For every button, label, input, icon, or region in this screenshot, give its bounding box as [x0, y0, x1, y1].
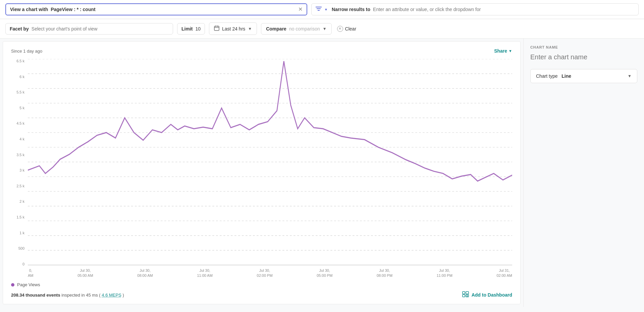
x-label-jul30-23: Jul 30,11:00 PM [437, 268, 452, 279]
y-label-500: 500 [18, 246, 24, 250]
stats-paren-close: ) [122, 293, 124, 298]
right-panel: CHART NAME Chart type Line ▼ [523, 39, 644, 307]
clear-button[interactable]: ✕ Clear [336, 23, 358, 35]
compare-box[interactable]: Compare no comparison ▼ [261, 23, 331, 35]
y-label-2k: 2 k [19, 199, 24, 203]
chart-type-selector[interactable]: Chart type Line ▼ [530, 69, 637, 83]
time-picker[interactable]: Last 24 hrs ▼ [209, 22, 257, 35]
stats-ms: 45 ms [86, 293, 98, 298]
share-label: Share [494, 48, 507, 54]
narrow-box[interactable]: ▼ Narrow results to [311, 3, 639, 15]
x-label-0: 0,AM [28, 268, 34, 279]
y-label-15k: 1.5 k [16, 215, 24, 219]
chart-name-section: CHART NAME [530, 45, 637, 62]
svg-rect-3 [214, 26, 219, 30]
main-content: Since 1 day ago Share ▼ 6.5 k 6 k 5.5 k … [0, 39, 644, 307]
chart-name-input[interactable] [530, 52, 637, 62]
compare-value: no comparison [289, 26, 320, 32]
clear-label: Clear [345, 26, 356, 32]
narrow-label: Narrow results to [332, 7, 370, 12]
facet-input[interactable] [32, 26, 169, 32]
chart-header: Since 1 day ago Share ▼ [11, 48, 512, 54]
compare-label: Compare [266, 26, 286, 32]
chart-plot: 0,AM Jul 30,05:00 AM Jul 30,08:00 AM Jul… [28, 59, 512, 279]
y-label-6k: 6 k [19, 75, 24, 79]
x-axis: 0,AM Jul 30,05:00 AM Jul 30,08:00 AM Jul… [28, 266, 512, 279]
facet-label: Facet by [10, 26, 29, 32]
y-label-5k: 5 k [19, 106, 24, 110]
legend-area: Page Views [11, 282, 512, 287]
since-label: Since 1 day ago [11, 49, 42, 54]
stats-paren-open: ( [99, 293, 100, 298]
limit-box[interactable]: Limit 10 [177, 23, 205, 35]
y-label-35k: 3.5 k [16, 153, 24, 157]
compare-chevron-icon: ▼ [323, 26, 327, 31]
add-dashboard-label: Add to Dashboard [472, 292, 512, 298]
clear-icon: ✕ [337, 26, 343, 32]
stats-bar: 208.34 thousand events inspected in 45 m… [11, 291, 512, 299]
svg-rect-23 [463, 295, 465, 297]
time-label: Last 24 hrs [222, 26, 245, 32]
chart-container: 6.5 k 6 k 5.5 k 5 k 4.5 k 4 k 3.5 k 3 k … [11, 59, 512, 279]
query-text: View a chart with PageView : * : count [10, 7, 296, 12]
stats-bold: 208.34 thousand events [11, 293, 60, 298]
line-chart-svg [28, 59, 512, 266]
limit-label: Limit [181, 26, 193, 32]
second-bar: Facet by Limit 10 Last 24 hrs ▼ Compare … [0, 19, 644, 39]
stats-text: 208.34 thousand events inspected in 45 m… [11, 293, 124, 298]
y-label-55k: 5.5 k [16, 90, 24, 94]
dashboard-icon [462, 291, 469, 299]
y-label-0: 0 [22, 262, 24, 266]
x-label-jul31-02: Jul 31,02:00 AM [496, 268, 512, 279]
x-label-jul30-11: Jul 30,11:00 AM [197, 268, 212, 279]
filter-dropdown-icon[interactable]: ▼ [324, 8, 328, 11]
x-label-jul30-14: Jul 30,02:00 PM [257, 268, 273, 279]
x-label-jul30-17: Jul 30,05:00 PM [317, 268, 332, 279]
narrow-input[interactable] [373, 7, 634, 12]
chart-type-chevron-icon: ▼ [628, 74, 632, 78]
share-chevron-icon: ▼ [508, 49, 512, 53]
top-bar: View a chart with PageView : * : count ✕… [0, 0, 644, 19]
facet-box[interactable]: Facet by [5, 23, 173, 35]
x-label-jul30-20: Jul 30,08:00 PM [377, 268, 392, 279]
add-to-dashboard-button[interactable]: Add to Dashboard [462, 291, 512, 299]
query-box[interactable]: View a chart with PageView : * : count ✕ [5, 3, 307, 15]
svg-rect-22 [463, 292, 465, 294]
legend-label: Page Views [17, 282, 40, 287]
stats-meps[interactable]: 4.6 MEPS [102, 293, 121, 298]
query-value: PageView : * : count [51, 7, 96, 12]
y-label-45k: 4.5 k [16, 121, 24, 125]
chart-name-section-label: CHART NAME [530, 45, 637, 49]
legend-dot [11, 283, 14, 287]
y-label-1k: 1 k [19, 231, 24, 235]
close-query-button[interactable]: ✕ [298, 7, 303, 12]
x-label-jul30-05: Jul 30,05:00 AM [77, 268, 93, 279]
stats-inspected: inspected in [61, 293, 86, 298]
chart-svg-area [28, 59, 512, 266]
chart-area: Since 1 day ago Share ▼ 6.5 k 6 k 5.5 k … [3, 41, 521, 304]
filter-icon [316, 6, 322, 12]
chart-type-text: Chart type [536, 73, 558, 79]
time-chevron-icon: ▼ [248, 26, 252, 31]
chart-type-value: Line [561, 73, 571, 79]
y-label-25k: 2.5 k [16, 184, 24, 188]
y-axis: 6.5 k 6 k 5.5 k 5 k 4.5 k 4 k 3.5 k 3 k … [11, 59, 28, 279]
query-prefix: View a chart with [10, 7, 48, 12]
y-label-4k: 4 k [19, 137, 24, 141]
y-label-3k: 3 k [19, 168, 24, 172]
svg-rect-24 [466, 292, 469, 294]
x-label-jul30-08: Jul 30,08:00 AM [137, 268, 153, 279]
share-button[interactable]: Share ▼ [494, 48, 512, 54]
page-views-line [28, 61, 512, 181]
limit-value: 10 [195, 26, 201, 32]
calendar-icon [214, 25, 219, 32]
y-label-65k: 6.5 k [16, 59, 24, 63]
chart-type-label: Chart type Line [536, 73, 571, 79]
